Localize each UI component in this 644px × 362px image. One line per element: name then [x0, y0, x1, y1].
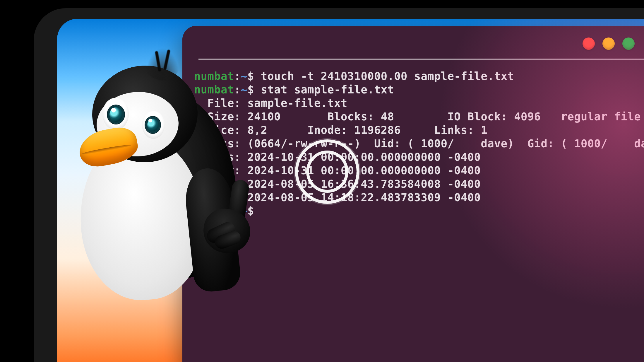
stat-type-value: regular file	[561, 110, 641, 123]
minimize-icon[interactable]	[602, 37, 615, 50]
prompt-path: ~	[241, 83, 247, 96]
titlebar-divider	[198, 59, 644, 60]
prompt-sep: :	[234, 70, 241, 83]
prompt-sep: :	[234, 83, 241, 96]
stat-gid-value: ( 1000/ dave)	[561, 137, 644, 150]
prompt-host: numbat	[194, 205, 234, 217]
prompt-path: ~	[241, 205, 247, 217]
stat-size-value: 24100	[247, 110, 281, 123]
stat-change-time-value: 2024-08-05 16:36:43.783584008 -0400	[247, 178, 481, 190]
stat-modify-time-label: Modify:	[194, 164, 247, 177]
stat-blocks-value: 48	[381, 110, 394, 123]
terminal-window: numbat:~$ touch -t 2410310000.00 sample-…	[182, 26, 644, 362]
stat-size-label: Size:	[194, 110, 247, 123]
prompt-host: numbat	[194, 83, 234, 96]
device-frame: numbat:~$ touch -t 2410310000.00 sample-…	[34, 8, 644, 362]
maximize-icon[interactable]	[622, 37, 635, 50]
stat-inode-value: 1196286	[354, 124, 401, 136]
prompt-sep: :	[234, 205, 241, 217]
stat-birth-time-label: Birth:	[194, 191, 247, 204]
stat-device-label: Device:	[194, 124, 247, 136]
stat-device-value: 8,2	[247, 124, 267, 136]
stat-uid-label: Uid:	[361, 137, 407, 150]
window-controls	[583, 37, 635, 50]
stat-gid-label: Gid:	[514, 137, 561, 150]
prompt-symbol: $	[247, 70, 254, 83]
stat-uid-value: ( 1000/ dave)	[407, 137, 514, 150]
stat-file-value: sample-file.txt	[247, 97, 347, 110]
prompt-symbol: $	[247, 83, 254, 96]
stat-file-label: File:	[194, 97, 247, 110]
device-screen: numbat:~$ touch -t 2410310000.00 sample-…	[57, 19, 644, 362]
stat-links-label: Links:	[401, 124, 481, 136]
prompt-host: numbat	[194, 70, 234, 83]
stat-access-time-value: 2024-10-31 00:00:00.000000000 -0400	[247, 151, 481, 163]
close-icon[interactable]	[583, 37, 595, 50]
terminal-output[interactable]: numbat:~$ touch -t 2410310000.00 sample-…	[191, 70, 644, 362]
stat-access-perms-value: (0664/-rw-rw-r--)	[247, 137, 361, 150]
prompt-path: ~	[241, 70, 247, 83]
command-stat: stat sample-file.txt	[261, 83, 394, 96]
command-touch: touch -t 2410310000.00 sample-file.txt	[261, 70, 514, 83]
terminal-titlebar	[182, 26, 644, 59]
stat-inode-label: Inode:	[268, 124, 354, 136]
stat-change-time-label: Change:	[194, 178, 247, 190]
stat-access-perms-label: Access:	[194, 137, 247, 150]
stat-ioblock-label: IO Block:	[394, 110, 514, 123]
stat-access-time-label: Access:	[194, 151, 247, 163]
stat-modify-time-value: 2024-10-31 00:00:00.000000000 -0400	[247, 164, 481, 177]
stat-blocks-label: Blocks:	[281, 110, 381, 123]
stat-links-value: 1	[481, 124, 487, 136]
stat-ioblock-value: 4096	[514, 110, 541, 123]
stat-birth-time-value: 2024-08-05 14:18:22.483783309 -0400	[247, 191, 481, 204]
prompt-symbol: $	[247, 205, 254, 217]
stat-type-pad	[541, 110, 561, 123]
